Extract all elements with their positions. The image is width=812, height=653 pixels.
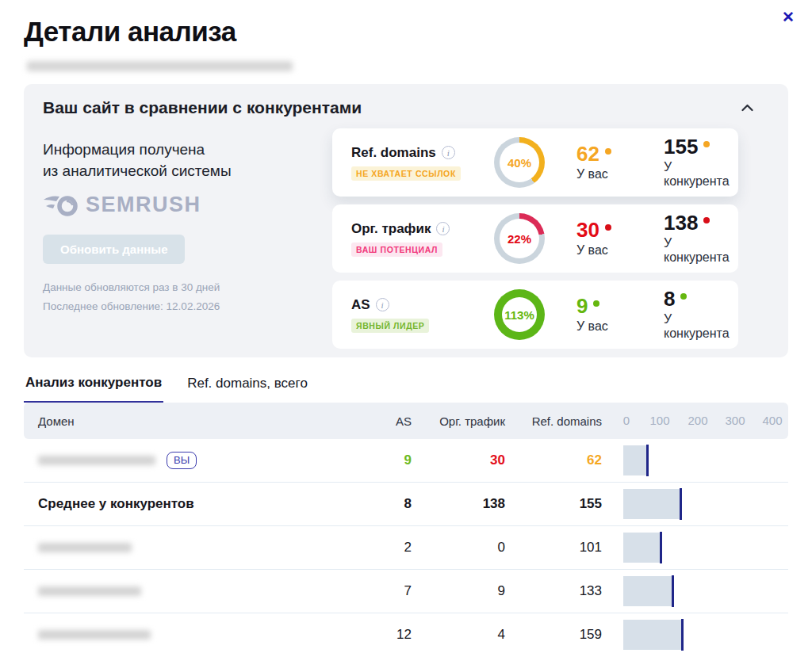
bar-marker — [672, 575, 674, 607]
traffic-value: 138 — [412, 496, 505, 512]
tabs-bar: Анализ конкурентов Ref. domains, всего — [24, 375, 788, 403]
ref-domains-value: 133 — [505, 583, 602, 599]
semrush-logo: SEMRUSH — [43, 193, 312, 217]
as-value: 8 — [356, 496, 412, 512]
bar-marker — [646, 445, 649, 476]
semrush-logo-text: SEMRUSH — [86, 193, 201, 217]
metric-percent: 22% — [508, 232, 531, 246]
bar-marker — [660, 532, 662, 563]
scale-tick: 300 — [725, 414, 745, 427]
data-source-text: Информация получена из аналитической сис… — [43, 139, 312, 181]
your-value-label: У вас — [576, 167, 664, 181]
metric-card: Орг. трафик i ВАШ ПОТЕНЦИАЛ 22% 30 У вас… — [332, 204, 738, 273]
value-dot — [605, 148, 611, 155]
ref-domains-bar — [623, 445, 646, 475]
column-header-as: AS — [356, 414, 412, 428]
as-value: 2 — [356, 540, 412, 556]
metric-donut-chart: 113% — [494, 289, 545, 340]
chevron-up-icon[interactable] — [738, 99, 756, 117]
competitors-table: Домен AS Орг. трафик Ref. domains 010020… — [24, 403, 788, 653]
metric-percent: 113% — [504, 308, 534, 322]
tab-ref-domains-total[interactable]: Ref. domains, всего — [186, 375, 309, 403]
ref-domains-value: 159 — [505, 627, 602, 643]
analysis-details-modal: ✕ Детали анализа Ваш сайт в сравнении с … — [0, 0, 812, 653]
you-badge: ВЫ — [167, 452, 197, 469]
metric-donut-chart: 40% — [494, 137, 545, 188]
table-row: 7 9 133 — [24, 570, 788, 613]
update-data-button[interactable]: Обновить данные — [43, 235, 185, 264]
domain-name-blurred — [38, 586, 141, 596]
ref-domains-bar — [623, 620, 681, 650]
ref-domains-bar — [623, 489, 680, 519]
domain-name-blurred — [38, 543, 132, 552]
your-value: 9 — [576, 296, 588, 316]
bar-marker — [681, 619, 684, 651]
competitor-value-label: У конкурента — [664, 160, 730, 189]
as-value: 9 — [356, 453, 412, 468]
ref-domains-bar — [623, 533, 660, 563]
column-header-ref-domains: Ref. domains — [505, 414, 602, 428]
scale-ticks: 0100200300400 — [602, 403, 788, 439]
domain-name-blurred — [38, 456, 155, 465]
value-dot — [593, 300, 599, 307]
traffic-value: 0 — [412, 540, 505, 556]
bar-marker — [680, 488, 682, 520]
value-dot — [703, 141, 710, 147]
tab-competitor-analysis[interactable]: Анализ конкурентов — [24, 375, 163, 403]
scale-tick: 200 — [688, 414, 707, 427]
comparison-panel: Ваш сайт в сравнении с конкурентами Инфо… — [24, 84, 788, 357]
metric-name: AS — [351, 297, 370, 313]
update-notes: Данные обновляются раз в 30 дней Последн… — [43, 278, 312, 315]
ref-domains-value: 101 — [505, 540, 602, 556]
ref-domains-value: 62 — [505, 453, 602, 468]
scale-tick: 0 — [623, 414, 630, 427]
column-header-traffic: Орг. трафик — [412, 414, 505, 428]
competitor-value-label: У конкурента — [664, 236, 730, 265]
close-icon[interactable]: ✕ — [782, 10, 795, 25]
domain-name-blurred — [38, 630, 151, 640]
table-row: 2 0 101 — [24, 526, 788, 570]
site-url-blurred — [27, 61, 293, 71]
competitor-value: 8 — [664, 288, 675, 309]
table-row: 12 4 159 — [24, 613, 788, 653]
metric-status-badge: ВАШ ПОТЕНЦИАЛ — [351, 242, 442, 257]
competitor-value-label: У конкурента — [664, 312, 730, 341]
value-dot — [703, 217, 710, 223]
info-icon[interactable]: i — [442, 146, 455, 159]
metric-status-badge: НЕ ХВАТАЕТ ССЫЛОК — [351, 166, 461, 181]
table-row: Среднее у конкурентов 8 138 155 — [24, 483, 788, 526]
traffic-value: 30 — [412, 453, 505, 468]
traffic-value: 4 — [412, 627, 505, 643]
value-dot — [605, 224, 611, 231]
metric-percent: 40% — [508, 156, 531, 170]
value-dot — [680, 293, 687, 300]
your-value: 62 — [576, 143, 599, 164]
traffic-value: 9 — [412, 583, 505, 599]
competitor-value: 155 — [664, 136, 698, 157]
comparison-panel-title: Ваш сайт в сравнении с конкурентами — [43, 98, 362, 117]
ref-domains-bar — [623, 576, 672, 606]
scale-tick: 400 — [762, 414, 782, 427]
metric-status-badge: ЯВНЫЙ ЛИДЕР — [351, 319, 429, 333]
metric-card: Ref. domains i НЕ ХВАТАЕТ ССЫЛОК 40% 62 … — [332, 128, 738, 197]
table-row: ВЫ 9 30 62 — [24, 439, 788, 483]
as-value: 7 — [356, 583, 412, 599]
competitor-value: 138 — [664, 212, 698, 233]
metric-donut-chart: 22% — [494, 213, 545, 264]
info-icon[interactable]: i — [376, 298, 389, 311]
metric-cards: Ref. domains i НЕ ХВАТАЕТ ССЫЛОК 40% 62 … — [332, 128, 738, 349]
domain-name: Среднее у конкурентов — [38, 496, 194, 512]
semrush-comet-icon — [43, 193, 79, 217]
your-value-label: У вас — [576, 319, 664, 334]
your-value-label: У вас — [576, 243, 664, 258]
scale-tick: 100 — [649, 414, 669, 427]
ref-domains-value: 155 — [505, 496, 602, 512]
as-value: 12 — [356, 627, 412, 643]
column-header-domain: Домен — [24, 414, 356, 428]
table-header: Домен AS Орг. трафик Ref. domains 010020… — [24, 403, 788, 439]
metric-name: Ref. domains — [351, 145, 436, 161]
page-title: Детали анализа — [24, 16, 788, 48]
info-icon[interactable]: i — [436, 222, 450, 235]
metric-card: AS i ЯВНЫЙ ЛИДЕР 113% 9 У вас 8 У конкур… — [332, 281, 738, 349]
your-value: 30 — [576, 220, 599, 240]
